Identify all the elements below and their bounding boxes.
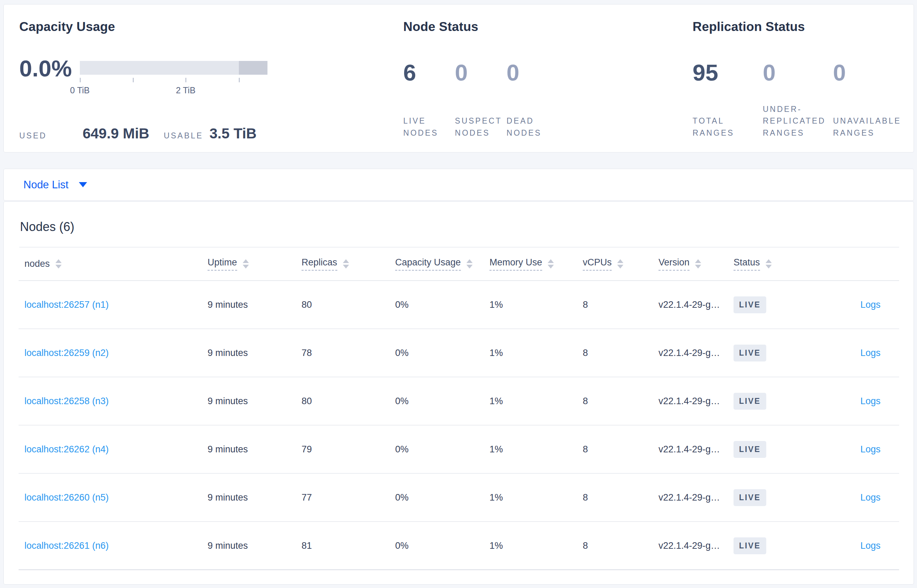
node-link[interactable]: localhost:26259 (n2): [24, 348, 109, 358]
replicas-cell: 80: [302, 396, 395, 407]
uptime-cell: 9 minutes: [208, 299, 302, 310]
table-row: localhost:26261 (n6)9 minutes810%1%8v22.…: [19, 522, 899, 570]
logs-cell: Logs: [806, 299, 899, 310]
node-status-section: Node Status 6LIVE NODES0SUSPECT NODES0DE…: [404, 19, 693, 152]
sort-desc-arrow: [765, 265, 772, 268]
stat-label: DEAD NODES: [507, 115, 558, 139]
stat-value: 0: [507, 61, 558, 84]
version-cell: v22.1.4-29-g…: [659, 541, 733, 551]
sort-desc-arrow: [55, 265, 61, 268]
sort-icon: [343, 259, 349, 268]
sort-icon: [695, 259, 701, 268]
replication-status-title: Replication Status: [693, 19, 903, 34]
status-badge: LIVE: [733, 441, 766, 458]
status-badge: LIVE: [733, 489, 766, 506]
status-cell: LIVE: [733, 537, 806, 554]
logs-link[interactable]: Logs: [860, 444, 880, 454]
status-cell: LIVE: [733, 296, 806, 313]
table-row: localhost:26260 (n5)9 minutes770%1%8v22.…: [19, 474, 899, 522]
capacity-bar-axis: 0 TiB2 TiB: [80, 78, 268, 96]
capacity-usage-cell: 0%: [395, 492, 489, 503]
sort-asc-arrow: [617, 259, 623, 263]
node-link[interactable]: localhost:26257 (n1): [24, 299, 109, 310]
stat-block: 0DEAD NODES: [507, 61, 558, 139]
sort-asc-arrow: [467, 259, 473, 263]
status-badge: LIVE: [733, 537, 766, 554]
node-list-panel: Nodes (6) nodesUptimeReplicasCapacity Us…: [3, 201, 914, 585]
status-cell: LIVE: [733, 489, 806, 506]
uptime-cell: 9 minutes: [208, 348, 302, 359]
status-badge: LIVE: [733, 393, 766, 410]
column-header-status[interactable]: Status: [733, 257, 806, 271]
logs-cell: Logs: [806, 444, 899, 455]
table-header-row: nodesUptimeReplicasCapacity UsageMemory …: [19, 247, 899, 281]
capacity-usage-cell: 0%: [395, 299, 489, 310]
version-cell: v22.1.4-29-g…: [659, 492, 733, 503]
used-label: USED: [19, 131, 47, 141]
replicas-cell: 78: [302, 348, 395, 359]
node-link[interactable]: localhost:26258 (n3): [24, 396, 109, 406]
replicas-cell: 80: [302, 299, 395, 310]
logs-link[interactable]: Logs: [860, 541, 880, 551]
column-header-replicas[interactable]: Replicas: [302, 257, 395, 271]
sort-asc-arrow: [765, 259, 772, 263]
memory-use-cell: 1%: [489, 299, 583, 310]
node-cell: localhost:26260 (n5): [19, 492, 208, 503]
node-cell: localhost:26257 (n1): [19, 299, 208, 310]
sort-desc-arrow: [695, 265, 701, 268]
node-link[interactable]: localhost:26262 (n4): [24, 444, 109, 454]
version-cell: v22.1.4-29-g…: [659, 299, 733, 310]
replication-status-section: Replication Status 95TOTAL RANGES0UNDER-…: [693, 19, 903, 152]
uptime-cell: 9 minutes: [208, 444, 302, 455]
replicas-cell: 81: [302, 541, 395, 551]
logs-link[interactable]: Logs: [860, 396, 880, 406]
sort-desc-arrow: [243, 265, 249, 268]
column-header-vcpus[interactable]: vCPUs: [583, 257, 659, 271]
stat-block: 0UNAVAILABLE RANGES: [833, 61, 903, 139]
capacity-usage-cell: 0%: [395, 444, 489, 455]
stat-block: 95TOTAL RANGES: [693, 61, 763, 139]
column-header-label: Status: [733, 257, 760, 271]
column-header-label: nodes: [24, 258, 50, 269]
vcpus-cell: 8: [583, 299, 659, 310]
version-cell: v22.1.4-29-g…: [659, 348, 733, 359]
vcpus-cell: 8: [583, 541, 659, 551]
sort-desc-arrow: [617, 265, 623, 268]
column-header-capacity-usage[interactable]: Capacity Usage: [395, 257, 489, 271]
status-cell: LIVE: [733, 441, 806, 458]
replicas-cell: 77: [302, 492, 395, 503]
stat-block: 6LIVE NODES: [404, 61, 455, 139]
stat-value: 95: [693, 61, 763, 84]
capacity-usage-cell: 0%: [395, 541, 489, 551]
logs-cell: Logs: [806, 492, 899, 503]
column-header-label: Memory Use: [489, 257, 542, 271]
vcpus-cell: 8: [583, 444, 659, 455]
stat-block: 0UNDER-REPLICATED RANGES: [763, 61, 833, 139]
logs-link[interactable]: Logs: [860, 299, 880, 310]
column-header-uptime[interactable]: Uptime: [208, 257, 302, 271]
replicas-cell: 79: [302, 444, 395, 455]
logs-cell: Logs: [806, 541, 899, 551]
stat-value: 0: [455, 61, 507, 84]
node-link[interactable]: localhost:26260 (n5): [24, 492, 109, 502]
column-header-label: Uptime: [208, 257, 237, 271]
sort-asc-arrow: [695, 259, 701, 263]
view-selector-dropdown[interactable]: Node List: [23, 179, 87, 191]
uptime-cell: 9 minutes: [208, 396, 302, 407]
node-link[interactable]: localhost:26261 (n6): [24, 541, 109, 551]
axis-tick: [186, 78, 186, 82]
logs-link[interactable]: Logs: [860, 492, 880, 502]
status-cell: LIVE: [733, 393, 806, 410]
column-header-nodes[interactable]: nodes: [19, 258, 208, 269]
status-badge: LIVE: [733, 296, 766, 313]
column-header-memory-use[interactable]: Memory Use: [489, 257, 583, 271]
status-badge: LIVE: [733, 345, 766, 362]
logs-link[interactable]: Logs: [860, 348, 880, 358]
capacity-usage-cell: 0%: [395, 396, 489, 407]
sort-asc-arrow: [548, 259, 554, 263]
axis-tick-label: 2 TiB: [176, 86, 195, 95]
view-selector-label: Node List: [23, 179, 68, 191]
stat-label: LIVE NODES: [404, 115, 455, 139]
usable-label: USABLE: [164, 131, 203, 141]
column-header-version[interactable]: Version: [659, 257, 733, 271]
